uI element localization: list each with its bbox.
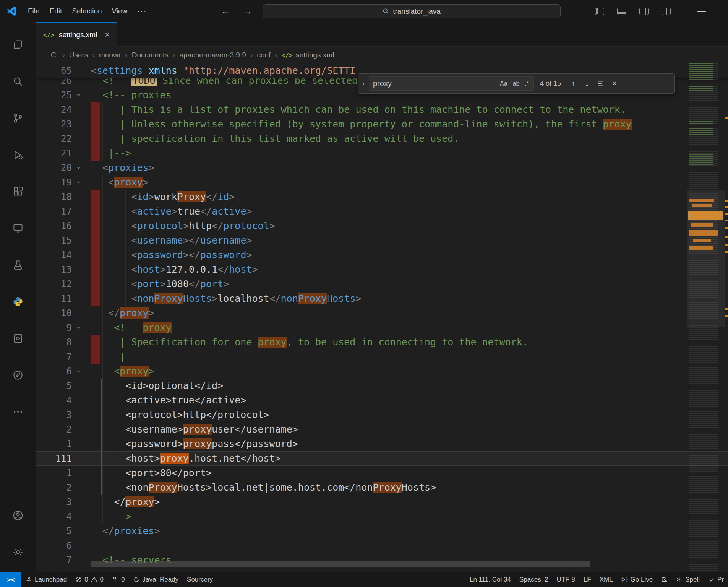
- code-line[interactable]: 3<protocol>http</protocol>: [36, 408, 728, 422]
- testing-icon[interactable]: [12, 259, 24, 271]
- code-area[interactable]: 26<!-- TODO Since when can proxies be se…: [36, 78, 728, 567]
- run-debug-icon[interactable]: [12, 149, 24, 161]
- go-live-status[interactable]: Go Live: [617, 572, 657, 587]
- prettier-status[interactable]: Pr: [704, 572, 728, 587]
- command-center-search[interactable]: translator_java: [263, 4, 561, 18]
- line-number[interactable]: 65: [36, 63, 72, 78]
- line-number[interactable]: 6: [36, 364, 72, 379]
- line-number[interactable]: 18: [36, 190, 72, 204]
- eol-status[interactable]: LF: [579, 572, 595, 587]
- line-number[interactable]: 12: [36, 277, 72, 291]
- java-status[interactable]: Java: Ready: [129, 572, 183, 587]
- code-line[interactable]: 9›<!-- proxy: [36, 320, 728, 335]
- line-number[interactable]: 5: [36, 524, 72, 538]
- python-icon[interactable]: [12, 296, 24, 307]
- code-line[interactable]: 1<password>proxypass</password>: [36, 437, 728, 451]
- minimap[interactable]: [687, 63, 725, 572]
- more-icon[interactable]: [12, 406, 24, 418]
- line-number[interactable]: 14: [36, 248, 72, 262]
- source-control-icon[interactable]: [12, 112, 24, 124]
- line-number[interactable]: 20: [36, 161, 72, 175]
- line-number[interactable]: 5: [36, 379, 72, 393]
- line-number[interactable]: 7: [36, 350, 72, 364]
- toggle-panel-icon[interactable]: [617, 8, 626, 15]
- line-number[interactable]: 10: [36, 306, 72, 320]
- line-number[interactable]: 23: [36, 117, 72, 132]
- breadcrumb-item[interactable]: Users: [69, 51, 88, 59]
- code-line[interactable]: 11<nonProxyHosts>localhost</nonProxyHost…: [36, 291, 728, 306]
- menu-edit[interactable]: Edit: [45, 5, 67, 18]
- line-number[interactable]: 16: [36, 219, 72, 233]
- overview-ruler[interactable]: [725, 63, 728, 572]
- settings-gear-icon[interactable]: [12, 546, 24, 558]
- code-line[interactable]: 10</proxy>: [36, 306, 728, 320]
- launchpad-status[interactable]: Launchpad: [21, 572, 71, 587]
- customize-layout-icon[interactable]: [662, 8, 671, 15]
- breadcrumb-file[interactable]: </> settings.xml: [282, 51, 334, 59]
- code-line[interactable]: 5<id>optional</id>: [36, 379, 728, 393]
- line-number[interactable]: 13: [36, 262, 72, 277]
- find-input[interactable]: [373, 79, 497, 88]
- code-line[interactable]: 12<port>1080</port>: [36, 277, 728, 291]
- breadcrumb-item[interactable]: C:: [51, 51, 58, 59]
- tab-close-icon[interactable]: ×: [105, 31, 110, 39]
- line-number[interactable]: 24: [36, 102, 72, 117]
- notifications-status[interactable]: [657, 572, 672, 587]
- sourcery-status[interactable]: Sourcery: [183, 572, 217, 587]
- spell-checker-status[interactable]: Spell: [672, 572, 704, 587]
- window-minimize-button[interactable]: —: [697, 0, 706, 22]
- code-line[interactable]: 2<username>proxyuser</username>: [36, 422, 728, 437]
- line-number[interactable]: 7: [36, 553, 72, 567]
- fold-chevron-icon[interactable]: ›: [72, 91, 86, 100]
- code-line[interactable]: 18<id>workProxy</id>: [36, 190, 728, 204]
- minimap-slider[interactable]: [687, 190, 725, 327]
- find-next-button[interactable]: ↓: [580, 77, 594, 91]
- toggle-sidebar-icon[interactable]: [595, 8, 604, 15]
- code-line[interactable]: 2<nonProxyHosts>local.net|some.host.com<…: [36, 480, 728, 495]
- fold-chevron-icon[interactable]: ›: [72, 178, 86, 187]
- code-line[interactable]: 14<password></password>: [36, 248, 728, 262]
- code-line[interactable]: 7|: [36, 350, 728, 364]
- problems-status[interactable]: 0 0: [71, 572, 108, 587]
- tab-settings-xml[interactable]: </> settings.xml ×: [36, 22, 117, 47]
- tools-icon[interactable]: [12, 333, 24, 344]
- breadcrumb-item[interactable]: Documents: [132, 51, 169, 59]
- line-number[interactable]: 3: [36, 495, 72, 509]
- compass-icon[interactable]: [12, 369, 24, 381]
- breadcrumb-item[interactable]: meowr: [99, 51, 121, 59]
- find-close-button[interactable]: ×: [608, 77, 621, 91]
- regex-button[interactable]: .*: [522, 80, 531, 88]
- code-line[interactable]: 4<active>true</active>: [36, 393, 728, 408]
- code-line[interactable]: 16<protocol>http</protocol>: [36, 219, 728, 233]
- explorer-icon[interactable]: [12, 39, 24, 50]
- line-number[interactable]: 8: [36, 335, 72, 350]
- line-number[interactable]: 25: [36, 88, 72, 102]
- line-number[interactable]: 1: [36, 437, 72, 451]
- line-number[interactable]: 26: [36, 78, 72, 88]
- fold-chevron-icon[interactable]: ›: [72, 163, 86, 172]
- menu-file[interactable]: File: [23, 5, 45, 18]
- menu-view[interactable]: View: [107, 5, 133, 18]
- code-line[interactable]: 13<host>127.0.0.1</host>: [36, 262, 728, 277]
- line-number[interactable]: 2: [36, 480, 72, 495]
- cursor-position-status[interactable]: Ln 111, Col 34: [465, 572, 515, 587]
- toggle-secondary-sidebar-icon[interactable]: [639, 8, 649, 15]
- find-previous-button[interactable]: ↑: [566, 77, 580, 91]
- line-number[interactable]: 3: [36, 408, 72, 422]
- line-number[interactable]: 2: [36, 422, 72, 437]
- find-input-box[interactable]: Aa ab .*: [369, 76, 534, 91]
- menu-overflow-icon[interactable]: ···: [132, 5, 152, 18]
- code-line[interactable]: 20›<proxies>: [36, 161, 728, 175]
- code-line[interactable]: 24| This is a list of proxies which can …: [36, 102, 728, 117]
- line-number[interactable]: 21: [36, 146, 72, 161]
- remote-indicator[interactable]: ><: [0, 572, 21, 587]
- horizontal-scrollbar[interactable]: [91, 561, 590, 567]
- code-line[interactable]: 17<active>true</active>: [36, 204, 728, 219]
- code-line[interactable]: 1<port>80</port>: [36, 466, 728, 480]
- line-number[interactable]: 9: [36, 320, 72, 335]
- code-line[interactable]: 6: [36, 538, 728, 553]
- breadcrumb-item[interactable]: conf: [257, 51, 271, 59]
- line-number[interactable]: 6: [36, 538, 72, 553]
- navigate-back-button[interactable]: ←: [221, 0, 230, 22]
- menu-selection[interactable]: Selection: [67, 5, 107, 18]
